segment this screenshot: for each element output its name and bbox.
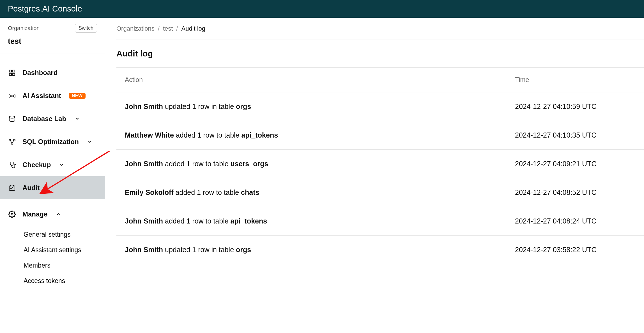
new-badge: NEW — [69, 93, 86, 99]
table-header: Action Time — [116, 68, 644, 92]
manage-subnav: General settings AI Assistant settings M… — [0, 226, 105, 289]
gear-icon — [8, 210, 16, 218]
subnav-access-tokens[interactable]: Access tokens — [24, 273, 105, 289]
org-label: Organization — [8, 25, 40, 31]
database-icon — [8, 115, 16, 123]
app-title: Postgres.AI Console — [8, 4, 82, 13]
breadcrumb-separator: / — [158, 25, 160, 32]
breadcrumb: Organizations / test / Audit log — [116, 25, 644, 40]
chevron-down-icon — [75, 116, 80, 121]
cell-time: 2024-12-27 04:08:52 UTC — [515, 188, 636, 197]
svg-line-12 — [10, 141, 12, 143]
svg-rect-1 — [13, 70, 15, 72]
cell-action: Matthew White added 1 row to table api_t… — [125, 131, 515, 139]
th-time: Time — [515, 76, 636, 84]
sidebar-item-database-lab[interactable]: Database Lab — [0, 107, 105, 130]
page-title: Audit log — [116, 49, 153, 58]
top-bar: Postgres.AI Console — [0, 0, 644, 18]
svg-point-16 — [11, 213, 13, 215]
chevron-down-icon — [59, 162, 64, 167]
svg-point-5 — [10, 95, 12, 97]
table-row[interactable]: John Smith updated 1 row in table orgs20… — [116, 236, 644, 264]
sidebar-item-checkup[interactable]: Checkup — [0, 153, 105, 176]
table-row[interactable]: John Smith added 1 row to table api_toke… — [116, 207, 644, 236]
sidebar-item-label: SQL Optimization — [22, 138, 79, 146]
cell-time: 2024-12-27 04:10:59 UTC — [515, 102, 636, 111]
cell-time: 2024-12-27 04:08:24 UTC — [515, 217, 636, 225]
dashboard-icon — [8, 69, 16, 77]
sidebar-item-label: Manage — [22, 210, 47, 218]
sidebar-item-manage[interactable]: Manage — [0, 203, 105, 226]
cell-action: John Smith added 1 row to table api_toke… — [125, 217, 515, 225]
sidebar-item-sql-optimization[interactable]: SQL Optimization — [0, 130, 105, 153]
org-block: Organization Switch test — [0, 18, 105, 54]
sidebar-item-label: Database Lab — [22, 115, 66, 123]
chevron-up-icon — [56, 212, 61, 217]
svg-rect-2 — [13, 73, 15, 76]
cell-time: 2024-12-27 04:10:35 UTC — [515, 131, 636, 139]
table-row[interactable]: John Smith added 1 row to table users_or… — [116, 150, 644, 178]
org-name: test — [8, 37, 97, 46]
sidebar-item-audit[interactable]: Audit — [0, 176, 105, 199]
sidebar-item-label: AI Assistant — [22, 92, 61, 100]
robot-icon — [8, 92, 16, 100]
cell-action: John Smith added 1 row to table users_or… — [125, 160, 515, 168]
table-row[interactable]: Emily Sokoloff added 1 row to table chat… — [116, 178, 644, 207]
subnav-general-settings[interactable]: General settings — [24, 227, 105, 242]
breadcrumb-separator: / — [176, 25, 178, 32]
cell-time: 2024-12-27 03:58:22 UTC — [515, 246, 636, 254]
svg-point-8 — [9, 116, 15, 118]
svg-rect-4 — [9, 94, 15, 98]
table-row[interactable]: Matthew White added 1 row to table api_t… — [116, 121, 644, 150]
svg-line-13 — [12, 141, 14, 143]
audit-table: Action Time John Smith updated 1 row in … — [116, 68, 644, 264]
main-content: Organizations / test / Audit log Audit l… — [105, 18, 644, 333]
svg-rect-0 — [9, 70, 12, 72]
stethoscope-icon — [8, 161, 16, 169]
cell-action: Emily Sokoloff added 1 row to table chat… — [125, 188, 515, 197]
sidebar-item-ai-assistant[interactable]: AI Assistant NEW — [0, 84, 105, 107]
sidebar: Organization Switch test Dashboard AI As… — [0, 18, 105, 333]
table-row[interactable]: John Smith updated 1 row in table orgs20… — [116, 92, 644, 121]
sidebar-item-dashboard[interactable]: Dashboard — [0, 61, 105, 84]
table-body: John Smith updated 1 row in table orgs20… — [116, 92, 644, 264]
cell-time: 2024-12-27 04:09:21 UTC — [515, 160, 636, 168]
svg-point-14 — [14, 164, 15, 165]
svg-rect-3 — [9, 73, 12, 76]
th-action: Action — [125, 76, 515, 84]
switch-org-button[interactable]: Switch — [75, 24, 97, 33]
breadcrumb-current: Audit log — [181, 25, 205, 32]
sidebar-item-label: Checkup — [22, 161, 51, 169]
cell-action: John Smith updated 1 row in table orgs — [125, 102, 515, 111]
breadcrumb-organizations[interactable]: Organizations — [116, 25, 155, 32]
svg-point-11 — [11, 143, 13, 144]
sidebar-item-label: Dashboard — [22, 69, 58, 77]
svg-point-6 — [13, 95, 14, 97]
nodes-icon — [8, 138, 16, 146]
nav: Dashboard AI Assistant NEW Database Lab — [0, 54, 105, 289]
subnav-ai-assistant-settings[interactable]: AI Assistant settings — [24, 242, 105, 258]
sidebar-item-label: Audit — [22, 184, 40, 192]
audit-icon — [8, 184, 16, 192]
subnav-members[interactable]: Members — [24, 258, 105, 273]
chevron-down-icon — [87, 139, 92, 144]
cell-action: John Smith updated 1 row in table orgs — [125, 246, 515, 254]
breadcrumb-org[interactable]: test — [163, 25, 173, 32]
